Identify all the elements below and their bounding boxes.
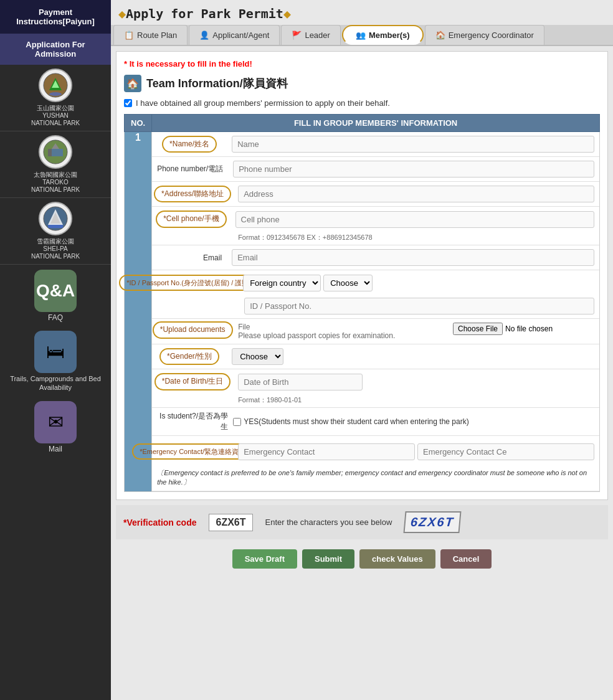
student-checkbox[interactable] [233,418,241,426]
dob-section: *Date of Birth/生日 Format：1980-01-01 [152,369,599,408]
tab-members[interactable]: 👥 Member(s) [342,25,424,45]
page-title: ◆Apply for Park Permit◆ [111,0,613,25]
email-input[interactable] [232,249,594,266]
sidebar-park-taroko[interactable]: 太魯閣國家公園TAROKONATIONAL PARK [0,131,111,198]
cellphone-input-wrap [230,207,599,232]
id-choose-select[interactable]: Choose [323,275,373,291]
cellphone-input[interactable] [235,211,594,228]
upload-label: *Upload documents [153,321,233,339]
row-fields: *Name/姓名 Phone number/電話 [152,132,600,492]
gender-select[interactable]: Choose Male Female [232,348,283,365]
phone-input[interactable] [233,161,594,177]
name-field-row: *Name/姓名 [152,132,599,157]
email-field-row: Email [152,245,599,270]
svg-point-3 [49,92,62,96]
col-no: NO. [125,115,152,132]
tab-route-plan[interactable]: 📋 Route Plan [113,25,188,45]
cellphone-format: Format：0912345678 EX：+886912345678 [152,232,599,245]
emergency-inputs [233,440,599,464]
gender-field-row: *Gender/性別 Choose Male Female [152,344,599,369]
upload-instruction: Please upload passport copies for examin… [238,331,443,340]
gender-select-wrap: Choose Male Female [227,346,288,367]
svg-rect-11 [48,225,63,228]
captcha-image: 6ZX6T [404,511,462,533]
faq-label: FAQ [48,313,63,322]
cellphone-section: *Cell phone/手機 Format：0912345678 EX：+886… [152,207,599,245]
address-label: *Address/聯絡地址 [154,186,231,203]
dob-label: *Date of Birth/生日 [154,373,231,390]
id-country-select[interactable]: Foreign country Taiwan [243,275,321,291]
sidebar: Payment Instructions[Paiyun] Application… [0,0,111,700]
faq-icon: Q&A [36,281,75,301]
row-number: 1 [125,132,152,492]
sidebar-payment[interactable]: Payment Instructions[Paiyun] [0,0,111,34]
section-title: Team Information/隊員資料 [146,76,288,91]
dob-input[interactable] [238,374,363,390]
cellphone-oval-wrap: *Cell phone/手機 [152,208,230,230]
main-content: ◆Apply for Park Permit◆ 📋 Route Plan 👤 A… [111,0,613,700]
sheipa-logo [39,202,72,235]
bed-icon: 🛏 [46,341,65,362]
address-input-wrap [233,182,599,206]
emergency-contact-input[interactable] [238,443,415,460]
mail-button[interactable]: ✉ [34,401,77,443]
emergency-contact-cell-input[interactable] [417,443,594,460]
emergency-oval-wrap: *Emergency Contact/緊急連絡資訊 [152,441,233,462]
tab-applicant[interactable]: 👤 Applicant/Agent [189,25,280,45]
name-input[interactable] [232,136,594,153]
sheipa-label: 雪霸國家公園SHEI-PANATIONAL PARK [31,238,80,260]
email-input-wrap [227,245,599,270]
svg-marker-7 [48,149,52,156]
taroko-logo [39,135,72,169]
section-header: 🏠 Team Information/隊員資料 [124,75,600,92]
tab-emergency-label: Emergency Coordinator [449,31,534,40]
col-fill: FILL IN GROUP MEMBERS' INFORMATION [152,115,600,132]
faq-button[interactable]: Q&A [34,270,77,312]
id-section: *ID / Passport No.(身分證號(居留) / 護照號碼) Fore… [152,270,599,319]
sidebar-park-yushan[interactable]: 玉山國家公園YUSHANNATIONAL PARK [0,65,111,131]
trails-label: Trails, Campgrounds and Bed Availability [0,374,111,392]
tab-bar: 📋 Route Plan 👤 Applicant/Agent 🚩 Leader … [111,25,613,46]
dob-oval-wrap: *Date of Birth/生日 [152,371,233,393]
taroko-label: 太魯閣國家公園TAROKONATIONAL PARK [31,171,80,194]
verification-instruction: Enter the characters you see below [265,518,392,527]
dob-format: Format：1980-01-01 [152,394,599,407]
table-row: 1 *Name/姓名 [125,132,600,492]
address-oval-wrap: *Address/聯絡地址 [152,183,233,206]
mail-label: Mail [49,445,62,453]
submit-button[interactable]: Submit [302,549,354,569]
tab-leader[interactable]: 🚩 Leader [281,25,340,45]
emergency-section: *Emergency Contact/緊急連絡資訊 〔Emergency con… [152,436,599,491]
title-diamond-left: ◆ [118,6,126,21]
upload-oval-wrap: *Upload documents [152,319,233,341]
verification-label: *Verification code [123,518,196,527]
home-icon: 🏠 [124,75,141,92]
leader-icon: 🚩 [292,31,302,40]
check-values-button[interactable]: check Values [359,549,435,569]
tab-leader-label: Leader [305,31,330,40]
name-input-wrap [227,132,599,156]
student-check-wrap: YES(Students must show their student car… [233,417,469,426]
cancel-button[interactable]: Cancel [440,549,492,569]
title-diamond-right: ◆ [283,6,291,21]
sidebar-park-sheipa[interactable]: 雪霸國家公園SHEI-PANATIONAL PARK [0,198,111,265]
id-passport-wrap [152,295,599,318]
mail-icon: ✉ [48,411,64,433]
permission-text: I have obtained all group members' permi… [136,98,390,108]
emergency-note: 〔Emergency contact is preferred to be on… [152,467,599,491]
trails-button[interactable]: 🛏 [34,331,77,373]
verification-area: *Verification code 6ZX6T Enter the chara… [116,505,608,539]
address-input[interactable] [238,186,594,202]
file-input[interactable] [453,323,594,335]
phone-field-row: Phone number/電話 [152,157,599,182]
members-table: NO. FILL IN GROUP MEMBERS' INFORMATION 1… [124,114,600,492]
phone-input-wrap [228,157,599,181]
permission-checkbox[interactable] [124,99,132,107]
sidebar-admission[interactable]: Application For Admission [0,34,111,65]
save-draft-button[interactable]: Save Draft [232,549,297,569]
yushan-logo [39,69,72,102]
id-passport-input[interactable] [244,298,594,315]
tab-emergency[interactable]: 🏠 Emergency Coordinator [425,25,544,45]
file-label: File [238,323,443,331]
applicant-icon: 👤 [199,31,209,40]
